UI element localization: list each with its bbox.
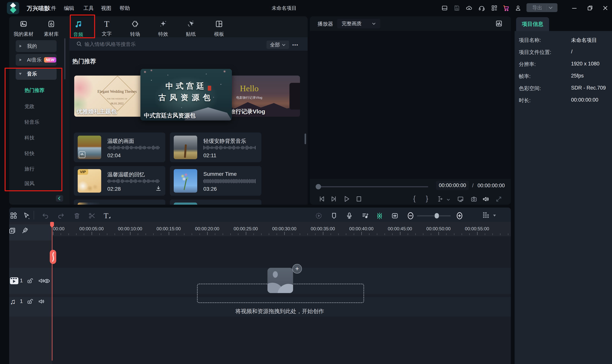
music-card-partial[interactable] [74, 199, 165, 205]
smart-cut-icon[interactable] [376, 212, 383, 220]
filter-dropdown[interactable]: 全部 [266, 40, 289, 49]
tab-templates[interactable]: 模板 [210, 20, 228, 38]
cloud-sync-icon[interactable] [466, 5, 472, 12]
download-icon[interactable] [155, 185, 162, 192]
music-duration: 02:11 [203, 153, 216, 158]
tab-transitions[interactable]: 转场 [126, 20, 144, 38]
info-value: 00:00:00:00 [571, 97, 599, 103]
music-card[interactable]: VIP 温馨温暖的回忆 02:28 [74, 166, 165, 196]
seek-slider[interactable] [317, 186, 428, 187]
minimize-icon[interactable] [571, 5, 578, 12]
music-card[interactable]: 温暖的画面 02:04 [74, 132, 165, 162]
video-hide-icon[interactable] [43, 277, 51, 285]
next-frame-icon[interactable] [330, 195, 338, 203]
menu-file[interactable]: 文件 [46, 5, 56, 12]
playhead-line[interactable] [52, 222, 52, 361]
track-manager-caret-icon[interactable] [493, 215, 496, 217]
search-input[interactable] [84, 41, 204, 48]
snapshot-camera-icon[interactable] [470, 195, 478, 203]
trim-chevron-icon[interactable] [447, 198, 449, 201]
undo-icon[interactable] [42, 212, 49, 220]
sidebar-group-ai-music[interactable]: AI音乐 NEW [16, 54, 57, 66]
stop-icon[interactable] [355, 195, 363, 203]
select-tool-icon[interactable] [23, 211, 31, 220]
redo-icon[interactable] [57, 212, 65, 220]
ruler-tick [107, 233, 107, 235]
library-icon [47, 20, 55, 28]
zoom-in-icon[interactable] [455, 211, 464, 220]
timeline-ruler[interactable]: 00:0000:00:05:0000:00:10:0000:00:15:0000… [53, 222, 509, 236]
sidebar-collapse-button[interactable] [56, 195, 63, 202]
menu-tools[interactable]: 工具 [83, 5, 94, 12]
more-button[interactable]: ••• [292, 42, 299, 47]
timeline-zoom-handle[interactable] [435, 213, 439, 219]
info-value: / [571, 49, 573, 55]
render-preview-icon[interactable] [315, 212, 323, 220]
audio-track-number: 1 [20, 299, 23, 304]
user-icon[interactable] [515, 5, 521, 12]
export-button[interactable]: 导出 [526, 3, 558, 12]
sidebar-scrollbar[interactable] [64, 38, 65, 79]
zoom-out-icon[interactable] [406, 211, 415, 220]
music-card-partial[interactable] [170, 199, 261, 205]
text-tool-icon[interactable]: T [104, 211, 110, 220]
tab-stickers[interactable]: 贴纸 [182, 20, 199, 38]
delete-icon[interactable] [73, 212, 81, 220]
fullscreen-icon[interactable] [495, 195, 502, 203]
prev-frame-icon[interactable] [318, 195, 326, 203]
tab-my-media[interactable]: 我的素材 [13, 20, 34, 38]
audio-mixer-icon[interactable] [361, 212, 369, 220]
menu-edit[interactable]: 编辑 [64, 5, 74, 12]
monitor-icon[interactable] [457, 195, 464, 203]
mark-out-icon[interactable]: } [426, 195, 428, 203]
ruler-tick [377, 233, 377, 235]
track-manager-icon[interactable] [482, 211, 490, 220]
scopes-icon[interactable] [495, 20, 503, 27]
video-lock-icon[interactable] [26, 277, 33, 284]
close-icon[interactable] [602, 5, 609, 12]
section-title: 热门推荐 [72, 57, 96, 65]
playhead-handle[interactable] [50, 250, 56, 264]
ruler-tick [53, 232, 53, 235]
add-media-plus-icon[interactable]: + [292, 264, 302, 273]
media-grid-tool-icon[interactable] [10, 211, 18, 220]
auto-ripple-icon[interactable] [391, 212, 399, 220]
sidebar-group-my[interactable]: 我的 [16, 40, 57, 52]
export-chevron-icon[interactable] [549, 5, 552, 9]
menu-view[interactable]: 视图 [101, 5, 111, 12]
quality-dropdown[interactable]: 完整画质 [337, 19, 380, 28]
timeline-zoom-slider[interactable] [417, 215, 451, 216]
speaker-icon[interactable] [482, 195, 489, 203]
music-card[interactable]: Summer Time 03:26 [170, 166, 261, 196]
audio-lock-icon[interactable] [26, 298, 33, 305]
trim-marker-icon[interactable] [437, 195, 444, 202]
ruler-label: 00:00:50:00 [426, 226, 451, 232]
tab-text[interactable]: T 文字 [98, 20, 115, 37]
save-icon[interactable] [453, 5, 460, 12]
headset-icon[interactable] [478, 5, 485, 12]
restore-icon[interactable] [586, 5, 593, 12]
carousel-card-palace[interactable]: 中式宫廷 古风资源包 中式宫廷古风资源包 [140, 69, 232, 120]
play-icon[interactable] [343, 195, 351, 203]
add-clip-icon[interactable] [8, 227, 16, 234]
project-info-tab[interactable]: 项目信息 [516, 17, 549, 31]
ruler-tick [439, 232, 439, 235]
apps-grid-icon[interactable] [491, 5, 498, 12]
mark-in-icon[interactable]: { [413, 195, 416, 203]
cart-icon[interactable] [502, 4, 510, 12]
record-voiceover-icon[interactable] [346, 212, 353, 220]
ruler-tick [138, 233, 138, 235]
music-list-scrollbar[interactable] [305, 133, 306, 144]
panel-layout-icon[interactable] [441, 5, 448, 12]
magnet-snap-icon[interactable] [21, 227, 29, 234]
split-scissors-icon[interactable] [88, 212, 96, 220]
seek-handle[interactable] [316, 184, 321, 189]
tab-effects[interactable]: 特效 [154, 20, 172, 38]
current-timecode[interactable]: 00:00:00:00 [436, 181, 469, 190]
menu-help[interactable]: 帮助 [119, 5, 130, 12]
info-label: 项目名称: [519, 37, 541, 44]
marker-icon[interactable] [330, 212, 338, 220]
tab-library[interactable]: 素材库 [42, 20, 61, 38]
audio-mute-icon[interactable] [38, 298, 45, 305]
music-card[interactable]: 轻缓安静背景音乐 02:11 [170, 132, 261, 162]
